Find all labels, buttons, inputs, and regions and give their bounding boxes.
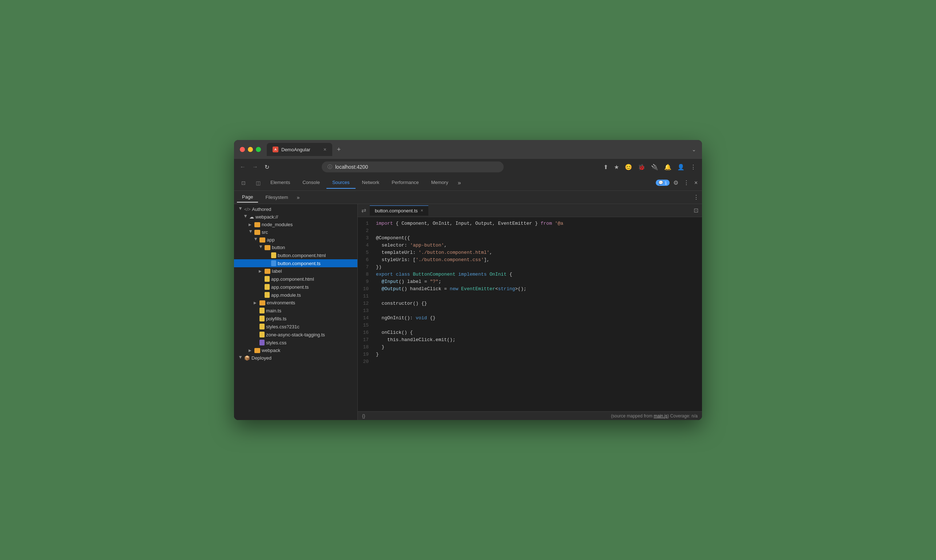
list-item[interactable]: ▶ app.module.ts [234, 291, 357, 299]
folder-icon [259, 300, 265, 305]
folder-icon [265, 245, 270, 250]
folder-icon [259, 237, 265, 243]
list-item[interactable]: ▶ app.component.ts [234, 283, 357, 291]
avatar-icon[interactable]: 👤 [676, 162, 686, 172]
minimize-button[interactable] [248, 147, 253, 152]
tree-arrow-icon: ▶ [239, 207, 243, 212]
reload-button[interactable]: ↻ [263, 162, 271, 172]
address-text: localhost:4200 [335, 164, 368, 170]
devtools-more-icon[interactable]: ⋮ [682, 178, 691, 188]
inspect-element-icon[interactable]: ⊡ [237, 176, 250, 189]
sources-more-btn[interactable]: » [296, 193, 301, 202]
tree-item-label: app.module.ts [271, 292, 301, 298]
sources-tab-page[interactable]: Page [237, 192, 258, 203]
tab-close-button[interactable]: × [324, 146, 327, 152]
tab-expand-icon[interactable]: ⌄ [692, 146, 696, 152]
new-tab-button[interactable]: + [334, 145, 344, 155]
menu-icon[interactable]: ⋮ [689, 162, 698, 172]
bookmark-icon[interactable]: ★ [612, 162, 620, 172]
browser-tab[interactable]: A DemoAngular × [267, 143, 332, 156]
devtools-icon[interactable]: 🐞 [637, 162, 647, 172]
extension-icon[interactable]: 🔌 [649, 162, 660, 172]
tree-arrow-icon: ▶ [254, 301, 258, 305]
notif-count: 1 [665, 181, 667, 185]
back-button[interactable]: ← [238, 162, 247, 172]
list-item[interactable]: ▶ environments [234, 299, 357, 306]
code-line-2 [376, 227, 702, 235]
source-map-link[interactable]: main.js [654, 414, 668, 418]
list-item[interactable]: ▶ button.component.ts [234, 259, 357, 267]
file-icon [259, 308, 265, 314]
tab-memory[interactable]: Memory [426, 177, 454, 189]
tree-arrow-icon: ▶ [239, 356, 243, 360]
maximize-button[interactable] [256, 147, 261, 152]
bell-icon[interactable]: 🔔 [663, 162, 673, 172]
code-line-19: } [376, 351, 702, 358]
tab-elements[interactable]: Elements [265, 177, 296, 189]
tab-network[interactable]: Network [356, 177, 386, 189]
device-toolbar-icon[interactable]: ◫ [251, 176, 265, 189]
tree-item-label: Deployed [251, 355, 271, 361]
devtools-close-icon[interactable]: × [693, 178, 699, 188]
notification-badge[interactable]: 💬 1 [656, 180, 669, 186]
profile-icon[interactable]: 😊 [623, 162, 634, 172]
folder-icon [254, 230, 260, 235]
list-item[interactable]: ▶ 📦 Deployed [234, 354, 357, 362]
list-item[interactable]: ▶ ☁ webpack:// [234, 213, 357, 221]
editor-tab-active[interactable]: button.component.ts × [370, 205, 428, 215]
code-lines: import { Component, OnInit, Input, Outpu… [373, 217, 702, 411]
code-line-13 [376, 307, 702, 315]
code-line-17: this.handleClick.emit(); [376, 336, 702, 344]
file-icon [265, 276, 270, 282]
tree-item-label: zone-async-stack-tagging.ts [266, 332, 325, 337]
notif-icon: 💬 [658, 180, 663, 185]
tree-item-label: button [272, 245, 285, 250]
tree-item-label: button.component.html [278, 253, 326, 258]
tree-item-label: webpack:// [256, 214, 278, 220]
folder-icon [254, 348, 260, 353]
code-line-14: ngOnInit(): void {} [376, 315, 702, 322]
tree-item-label: environments [267, 300, 295, 305]
editor-tab-filename: button.component.ts [375, 208, 418, 214]
list-item[interactable]: ▶ src [234, 228, 357, 236]
devtools-topbar: ⊡ ◫ Elements Console Sources Network Per… [234, 175, 702, 191]
editor-expand-icon[interactable]: ⊡ [690, 207, 702, 214]
code-area[interactable]: 1 2 3 4 5 6 7 8 9 10 11 [358, 217, 702, 411]
editor-sidebar-toggle[interactable]: ⇄ [358, 207, 370, 214]
list-item[interactable]: ▶ zone-async-stack-tagging.ts [234, 331, 357, 338]
browser-content-area: + 0 - ⊡ ◫ Elements Console Sources Netwo… [234, 175, 702, 420]
list-item[interactable]: ▶ polyfills.ts [234, 315, 357, 323]
devtools-settings-icon[interactable]: ⚙ [672, 178, 680, 188]
list-item[interactable]: ▶ button.component.html [234, 251, 357, 259]
tab-performance[interactable]: Performance [386, 177, 424, 189]
tree-item-label: src [262, 229, 268, 235]
list-item[interactable]: ▶ webpack [234, 346, 357, 354]
code-line-12: constructor() {} [376, 300, 702, 307]
list-item[interactable]: ▶ app.component.html [234, 275, 357, 283]
list-item[interactable]: ▶ label [234, 267, 357, 275]
list-item[interactable]: ▶ </> Authored [234, 205, 357, 213]
list-item[interactable]: ▶ app [234, 236, 357, 244]
list-item[interactable]: ▶ button [234, 244, 357, 251]
address-input[interactable]: ⓘ localhost:4200 [322, 162, 504, 172]
list-item[interactable]: ▶ styles.css [234, 338, 357, 346]
source-mapped-text: (source mapped from [611, 414, 654, 418]
devtools-panel: ⊡ ◫ Elements Console Sources Network Per… [234, 175, 702, 420]
tab-sources[interactable]: Sources [327, 177, 356, 189]
format-icon[interactable]: {} [362, 413, 365, 418]
sources-tab-filesystem[interactable]: Filesystem [260, 192, 293, 202]
sources-menu-icon[interactable]: ⋮ [693, 194, 699, 201]
tree-item-label: button.component.ts [278, 261, 321, 266]
tree-arrow-icon: ▶ [244, 215, 248, 219]
list-item[interactable]: ▶ styles.css?231c [234, 323, 357, 331]
forward-button[interactable]: → [251, 162, 259, 172]
list-item[interactable]: ▶ main.ts [234, 306, 357, 315]
folder-icon [265, 269, 270, 274]
more-tabs-icon[interactable]: » [455, 177, 464, 189]
tab-console[interactable]: Console [297, 177, 326, 189]
tree-item-label: app.component.ts [271, 285, 308, 290]
editor-tab-close-button[interactable]: × [421, 208, 423, 213]
share-icon[interactable]: ⬆ [602, 162, 609, 172]
list-item[interactable]: ▶ node_modules [234, 221, 357, 228]
close-button[interactable] [240, 147, 245, 152]
